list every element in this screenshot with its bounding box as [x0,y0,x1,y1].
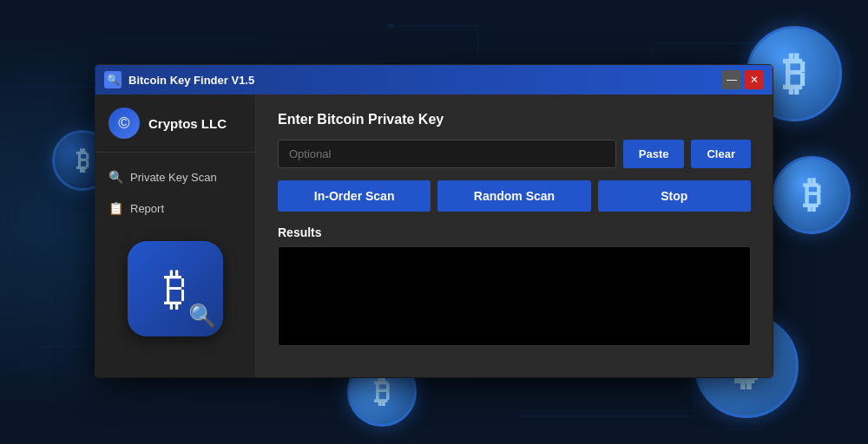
results-area [278,246,751,346]
app-icon-symbol: 🔍 [107,74,120,86]
clear-button[interactable]: Clear [691,140,751,168]
main-content: Enter Bitcoin Private Key Paste Clear In… [256,95,773,377]
search-icon: 🔍 [108,170,123,184]
random-scan-button[interactable]: Random Scan [437,180,590,212]
app-icon: 🔍 [104,71,122,88]
sidebar-item-private-key-scan[interactable]: 🔍 Private Key Scan [95,161,255,193]
title-bar: 🔍 Bitcoin Key Finder V1.5 — ✕ [95,65,773,95]
logo-icon: © [108,108,140,139]
btc-coin-mid-right: ₿ [773,156,851,234]
logo-text: Cryptos LLC [148,116,227,131]
scan-buttons-row: In-Order Scan Random Scan Stop [278,180,751,212]
results-title: Results [278,225,751,239]
close-button[interactable]: ✕ [745,70,764,89]
bitcoin-logo-icon: ₿ [164,263,187,315]
application-window: 🔍 Bitcoin Key Finder V1.5 — ✕ © Cryptos … [95,65,773,377]
sidebar: © Cryptos LLC 🔍 Private Key Scan 📋 Repor… [95,95,256,377]
in-order-scan-button[interactable]: In-Order Scan [278,180,431,212]
window-controls: — ✕ [722,70,764,89]
sidebar-item-label-report: Report [130,202,164,215]
minimize-button[interactable]: — [722,70,741,89]
svg-point-16 [388,23,393,29]
window-title: Bitcoin Key Finder V1.5 [128,74,715,87]
sidebar-item-report[interactable]: 📋 Report [95,193,255,224]
input-row: Paste Clear [278,140,751,168]
enter-key-title: Enter Bitcoin Private Key [278,112,751,127]
report-icon: 📋 [108,201,123,215]
paste-button[interactable]: Paste [623,140,685,168]
sidebar-item-label-scan: Private Key Scan [130,171,217,184]
search-overlay-icon: 🔍 [188,303,216,330]
sidebar-logo: © Cryptos LLC [95,108,255,153]
sidebar-app-logo: ₿ 🔍 [128,241,223,336]
private-key-input[interactable] [278,140,616,168]
window-body: © Cryptos LLC 🔍 Private Key Scan 📋 Repor… [95,95,773,377]
stop-button[interactable]: Stop [598,180,751,212]
